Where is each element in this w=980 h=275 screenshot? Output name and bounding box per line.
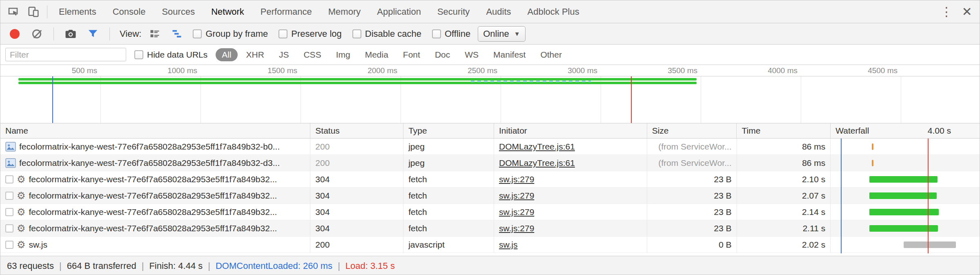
tab-network[interactable]: Network	[203, 0, 252, 23]
tab-application[interactable]: Application	[369, 0, 429, 23]
request-row[interactable]: ⚙fecolormatrix-kanye-west-77e6f7a658028a…	[0, 171, 980, 188]
clear-button[interactable]	[28, 26, 45, 42]
cell-initiator: sw.js	[494, 237, 647, 253]
cell-status: 304	[310, 204, 403, 220]
initiator-link[interactable]: sw.js:279	[499, 224, 534, 233]
initiator-link[interactable]: DOMLazyTree.js:61	[499, 158, 575, 168]
type-filter-media[interactable]: Media	[359, 48, 394, 61]
tab-performance[interactable]: Performance	[252, 0, 320, 23]
initiator-link[interactable]: sw.js	[499, 240, 518, 250]
request-row[interactable]: ⚙fecolormatrix-kanye-west-77e6f7a658028a…	[0, 188, 980, 204]
column-header-time[interactable]: Time	[737, 123, 831, 138]
checkbox-preserve-log[interactable]: Preserve log	[278, 29, 342, 39]
column-header-name[interactable]: Name	[0, 123, 310, 138]
close-icon[interactable]: ✕	[957, 2, 977, 21]
overview-activity-band	[18, 82, 697, 84]
type-filter-manifest[interactable]: Manifest	[487, 48, 532, 61]
cell-type: jpeg	[403, 155, 494, 171]
tab-console[interactable]: Console	[105, 0, 154, 23]
tab-sources[interactable]: Sources	[154, 0, 203, 23]
overview-tick-label: 4000 ms	[736, 66, 797, 75]
cell-status: 304	[310, 220, 403, 236]
request-row[interactable]: ⚙sw.js200javascriptsw.js0 B2.02 s	[0, 237, 980, 253]
cell-waterfall	[831, 220, 980, 236]
network-throttling-select[interactable]: Online ▼	[478, 26, 525, 42]
toolbar-separator	[53, 27, 54, 40]
request-row[interactable]: ⚙fecolormatrix-kanye-west-77e6f7a658028a…	[0, 220, 980, 237]
throttling-value: Online	[483, 29, 509, 39]
resource-square-icon	[5, 175, 13, 183]
type-filter-ws[interactable]: WS	[459, 48, 485, 61]
cell-size: 23 B	[647, 171, 737, 187]
cell-size: (from ServiceWor...	[647, 139, 737, 154]
record-button[interactable]	[6, 26, 23, 42]
waterfall-scale-label: 4.00 s	[928, 126, 951, 136]
gear-icon: ⚙	[17, 207, 26, 217]
column-header-type[interactable]: Type	[403, 123, 494, 138]
timeline-overview[interactable]: 500 ms1000 ms1500 ms2000 ms2500 ms3000 m…	[0, 65, 980, 123]
more-options-icon[interactable]: ⋮	[936, 2, 957, 21]
cell-type: fetch	[403, 188, 494, 203]
checkbox-icon	[134, 50, 143, 59]
filter-toggle-button[interactable]	[84, 26, 101, 42]
checkbox-label: Preserve log	[291, 29, 342, 39]
show-overview-toggle[interactable]	[168, 26, 185, 42]
type-filter-other[interactable]: Other	[534, 48, 568, 61]
column-header-size[interactable]: Size	[647, 123, 737, 138]
type-filter-font[interactable]: Font	[397, 48, 426, 61]
devtools-window: ElementsConsoleSourcesNetworkPerformance…	[0, 0, 980, 275]
initiator-link[interactable]: DOMLazyTree.js:61	[499, 142, 575, 152]
requests-tbody: fecolormatrix-kanye-west-77e6f7a658028a2…	[0, 139, 980, 253]
tab-adblock-plus[interactable]: Adblock Plus	[519, 0, 588, 23]
cell-type: fetch	[403, 171, 494, 187]
large-request-rows-toggle[interactable]	[146, 26, 163, 42]
inspect-element-icon[interactable]	[3, 2, 23, 21]
separator: |	[59, 261, 62, 271]
initiator-link[interactable]: sw.js:279	[499, 191, 534, 201]
overview-tick-label: 2000 ms	[336, 66, 397, 75]
waterfall-overview-icon	[171, 28, 183, 40]
cell-name: ⚙fecolormatrix-kanye-west-77e6f7a658028a…	[0, 188, 310, 203]
resource-square-icon	[5, 208, 13, 216]
panel-tabs: ElementsConsoleSourcesNetworkPerformance…	[51, 0, 588, 23]
request-row[interactable]: fecolormatrix-kanye-west-77e6f7a658028a2…	[0, 155, 980, 171]
waterfall-bar	[869, 176, 938, 183]
type-filter-xhr[interactable]: XHR	[240, 48, 270, 61]
column-header-status[interactable]: Status	[310, 123, 403, 138]
column-header-initiator[interactable]: Initiator	[494, 123, 647, 138]
overview-tick-label: 1500 ms	[236, 66, 297, 75]
request-row[interactable]: fecolormatrix-kanye-west-77e6f7a658028a2…	[0, 139, 980, 155]
hide-data-urls-checkbox[interactable]: Hide data URLs	[134, 50, 207, 60]
requests-count: 63 requests	[7, 261, 54, 271]
image-thumbnail-icon	[5, 158, 16, 168]
filter-input[interactable]	[5, 48, 126, 61]
cell-initiator: sw.js:279	[494, 188, 647, 203]
overview-tick-label: 3500 ms	[636, 66, 697, 75]
type-filter-js[interactable]: JS	[273, 48, 295, 61]
initiator-link[interactable]: sw.js:279	[499, 174, 534, 184]
request-row[interactable]: ⚙fecolormatrix-kanye-west-77e6f7a658028a…	[0, 204, 980, 220]
type-filter-img[interactable]: Img	[330, 48, 356, 61]
device-toolbar-icon[interactable]	[23, 2, 44, 21]
type-filter-doc[interactable]: Doc	[429, 48, 456, 61]
tab-memory[interactable]: Memory	[320, 0, 369, 23]
checkbox-group-by-frame[interactable]: Group by frame	[193, 29, 268, 39]
status-bar: 63 requests | 664 B transferred | Finish…	[0, 256, 980, 275]
tab-audits[interactable]: Audits	[478, 0, 519, 23]
column-header-waterfall[interactable]: Waterfall 4.00 s	[831, 123, 980, 138]
waterfall-bar	[872, 160, 873, 166]
cell-waterfall	[831, 155, 980, 171]
checkbox-offline[interactable]: Offline	[432, 29, 470, 39]
cell-size: 23 B	[647, 188, 737, 203]
cell-status: 200	[310, 155, 403, 171]
checkbox-disable-cache[interactable]: Disable cache	[352, 29, 421, 39]
dom-content-loaded-time: DOMContentLoaded: 260 ms	[216, 261, 332, 271]
cell-name: fecolormatrix-kanye-west-77e6f7a658028a2…	[0, 139, 310, 154]
record-icon	[10, 29, 20, 39]
tab-security[interactable]: Security	[429, 0, 478, 23]
tab-elements[interactable]: Elements	[51, 0, 105, 23]
capture-screenshots-button[interactable]	[62, 26, 79, 42]
initiator-link[interactable]: sw.js:279	[499, 207, 534, 217]
type-filter-css[interactable]: CSS	[297, 48, 327, 61]
type-filter-all[interactable]: All	[216, 48, 237, 61]
